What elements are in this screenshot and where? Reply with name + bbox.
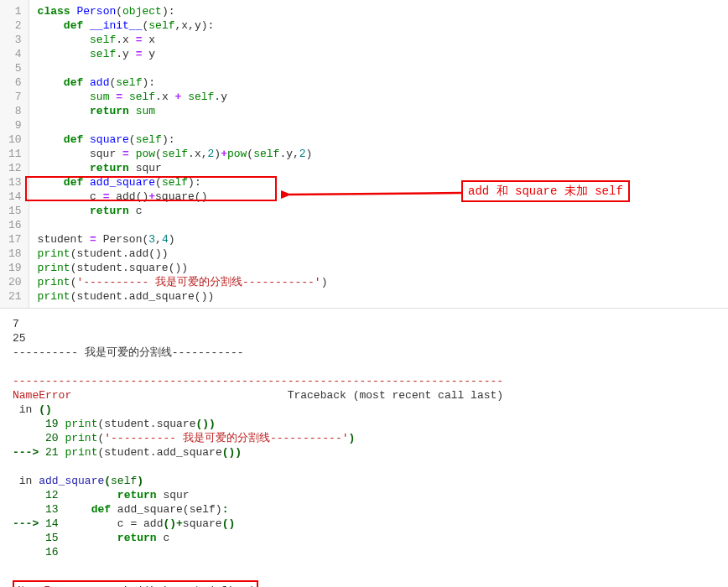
line-number: 12 [8, 161, 22, 175]
output-line: 19 print(student.square()) [13, 417, 715, 431]
line-number: 11 [8, 147, 22, 161]
line-number: 20 [8, 275, 22, 289]
line-number: 18 [8, 247, 22, 261]
code-line: sum = self.x + self.y [38, 90, 720, 104]
code-line: def square(self): [38, 132, 720, 147]
code-line: print(student.add_square()) [38, 289, 720, 304]
output-line: ---> 21 print(student.add_square()) [13, 445, 715, 460]
output-line: 13 def add_square(self): [13, 502, 715, 517]
line-number: 8 [8, 104, 22, 118]
line-number: 7 [8, 90, 22, 104]
line-gutter: 123456789101112131415161718192021 [0, 0, 29, 308]
code-line: print('---------- 我是可爱的分割线-----------') [38, 275, 720, 289]
output-line [13, 460, 715, 474]
output-line: in () [13, 403, 715, 417]
line-number: 15 [8, 204, 22, 218]
output-line [13, 360, 715, 374]
output-line: 12 return squr [13, 488, 715, 502]
line-number: 2 [8, 18, 22, 33]
code-line: print(student.add()) [38, 247, 720, 261]
code-line: return sum [38, 104, 720, 118]
code-line [38, 61, 720, 75]
line-number: 10 [8, 132, 22, 147]
code-line: return c [38, 204, 720, 218]
code-line: class Person(object): [38, 4, 720, 18]
line-number: 17 [8, 232, 22, 247]
line-number: 6 [8, 75, 22, 90]
code-line: self.y = y [38, 47, 720, 61]
code-line: return squr [38, 161, 720, 175]
line-number: 9 [8, 118, 22, 132]
output-line [13, 559, 715, 574]
line-number: 14 [8, 190, 22, 204]
output-line: ---> 14 c = add()+square() [13, 517, 715, 531]
line-number: 19 [8, 261, 22, 275]
output-line: 7 [13, 317, 715, 331]
line-number: 21 [8, 289, 22, 304]
code-line: print(student.square()) [38, 261, 720, 275]
line-number: 16 [8, 218, 22, 232]
output-line: 25 [13, 331, 715, 345]
output-line: ---------- 我是可爱的分割线----------- [13, 345, 715, 360]
code-line: def __init__(self,x,y): [38, 18, 720, 33]
output-line: 16 [13, 545, 715, 559]
output-line: in add_square(self) [13, 474, 715, 488]
output-line: 20 print('---------- 我是可爱的分割线-----------… [13, 431, 715, 445]
code-line: squr = pow(self.x,2)+pow(self.y,2) [38, 147, 720, 161]
line-number: 1 [8, 4, 22, 18]
code-line: def add(self): [38, 75, 720, 90]
line-number: 13 [8, 175, 22, 190]
error-highlight-box: NameError: name 'add' is not defined [13, 580, 258, 587]
output-line: NameError Traceback (most recent call la… [13, 388, 715, 403]
code-line: student = Person(3,4) [38, 232, 720, 247]
line-number: 5 [8, 61, 22, 75]
line-number: 4 [8, 47, 22, 61]
code-line: self.x = x [38, 33, 720, 47]
annotation-box: add 和 square 未加 self [461, 180, 630, 202]
code-area: class Person(object): def __init__(self,… [29, 0, 728, 308]
code-editor: 123456789101112131415161718192021 class … [0, 0, 728, 309]
output-area: 725---------- 我是可爱的分割线----------- ------… [0, 309, 728, 587]
code-line [38, 118, 720, 132]
output-line: 15 return c [13, 531, 715, 545]
code-line [38, 218, 720, 232]
output-line: ----------------------------------------… [13, 374, 715, 388]
line-number: 3 [8, 33, 22, 47]
